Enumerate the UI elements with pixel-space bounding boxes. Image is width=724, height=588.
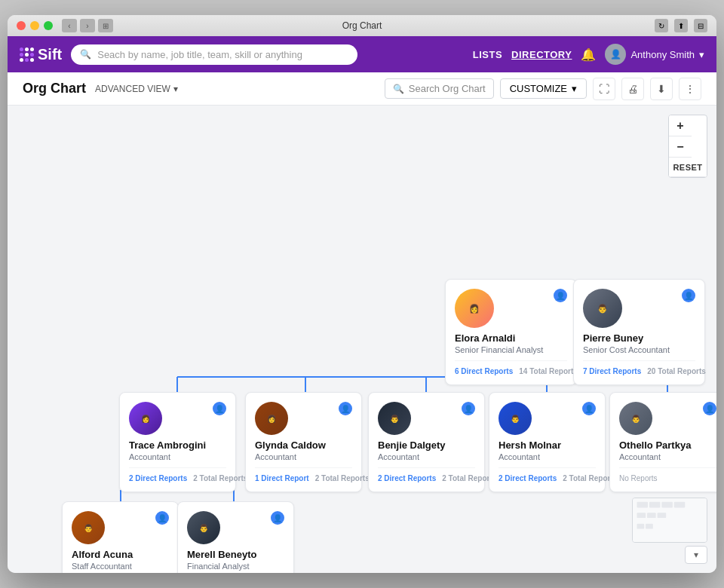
search-placeholder: Seach by name, job title, team, skill or… xyxy=(97,49,302,60)
person-card-alford[interactable]: 👨 👤 Alford Acuna Staff Accountant No Rep… xyxy=(62,501,179,573)
person-card-othello[interactable]: 👨 👤 Othello Partkya Accountant No Report… xyxy=(609,392,716,492)
advanced-view-button[interactable]: ADVANCED VIEW ▾ xyxy=(95,84,178,94)
forward-button[interactable]: › xyxy=(80,19,95,32)
minimize-button[interactable] xyxy=(30,21,39,30)
svg-rect-20 xyxy=(674,502,686,508)
download-button[interactable]: ⬇ xyxy=(650,78,673,100)
search-icon: 🔍 xyxy=(80,49,91,60)
share-icon[interactable]: ⬆ xyxy=(674,19,688,32)
avatar: 👨 xyxy=(619,402,652,435)
refresh-icon[interactable]: ↻ xyxy=(655,19,668,32)
card-top: 👨 👤 xyxy=(583,289,695,328)
person-job-title: Accountant xyxy=(255,452,352,461)
svg-rect-18 xyxy=(649,502,661,508)
logo-dot xyxy=(25,53,29,57)
person-name: Merell Beneyto xyxy=(187,549,284,560)
avatar: 👨 xyxy=(583,289,622,328)
person-card-pierre[interactable]: 👨 👤 Pierre Buney Senior Cost Accountant … xyxy=(573,279,705,385)
window-controls xyxy=(17,21,53,30)
logo-dot xyxy=(30,53,34,57)
card-reports: 2 Direct Reports 2 Total Reports xyxy=(499,467,596,482)
person-icon-badge: 👤 xyxy=(271,511,284,525)
avatar: 👩 xyxy=(129,402,162,435)
person-job-title: Accountant xyxy=(619,452,716,461)
sidebar-icon[interactable]: ⊟ xyxy=(694,19,707,32)
svg-rect-24 xyxy=(637,524,645,529)
close-button[interactable] xyxy=(17,21,26,30)
title-bar-icons: ↻ ⬆ ⊟ xyxy=(655,19,707,32)
person-name: Hersh Molnar xyxy=(499,439,596,451)
person-job-title: Financial Analyst xyxy=(187,562,284,571)
card-reports: 1 Direct Report 2 Total Reports xyxy=(255,467,352,482)
more-options-button[interactable]: ⋮ xyxy=(679,78,701,100)
total-reports-link[interactable]: 14 Total Reports xyxy=(519,367,578,375)
sub-header: Org Chart ADVANCED VIEW ▾ 🔍 Search Org C… xyxy=(8,72,716,106)
org-search-placeholder: Search Org Chart xyxy=(409,83,486,94)
avatar: 👨 xyxy=(378,402,411,435)
back-button[interactable]: ‹ xyxy=(62,19,77,32)
zoom-controls: + − RESET xyxy=(668,115,707,178)
zoom-in-button[interactable]: + xyxy=(669,115,692,136)
user-area[interactable]: 👤 Anthony Smith ▾ xyxy=(605,44,704,65)
mini-map xyxy=(632,498,707,543)
person-icon-badge: 👤 xyxy=(213,402,226,415)
direct-reports-link[interactable]: 2 Direct Reports xyxy=(499,474,557,482)
avatar: 👩 xyxy=(255,402,288,435)
svg-rect-22 xyxy=(647,513,656,518)
person-name: Trace Ambrogini xyxy=(129,439,226,451)
card-top: 👨 👤 xyxy=(619,402,716,435)
logo-text: Sift xyxy=(38,46,62,63)
logo-dot xyxy=(20,53,23,57)
no-reports-label: No Reports xyxy=(619,467,716,482)
person-card-glynda[interactable]: 👩 👤 Glynda Caldow Accountant 1 Direct Re… xyxy=(245,392,362,492)
nav-controls: ‹ › ⊞ xyxy=(62,19,113,32)
person-card-hersh[interactable]: 👨 👤 Hersh Molnar Accountant 2 Direct Rep… xyxy=(489,392,606,492)
org-search-input[interactable]: 🔍 Search Org Chart xyxy=(385,78,494,99)
scroll-down-button[interactable]: ▾ xyxy=(685,546,707,564)
person-card-elora[interactable]: 👩 👤 Elora Arnaldi Senior Financial Analy… xyxy=(445,279,577,385)
person-job-title: Accountant xyxy=(378,452,475,461)
print-button[interactable]: 🖨 xyxy=(621,78,644,100)
sub-header-right: 🔍 Search Org Chart CUSTOMIZE ▾ ⛶ 🖨 ⬇ ⋮ xyxy=(385,78,701,100)
avatar: 👤 xyxy=(605,44,626,65)
logo-dot xyxy=(30,58,34,62)
view-button[interactable]: ⊞ xyxy=(98,19,113,32)
direct-reports-link[interactable]: 7 Direct Reports xyxy=(583,367,641,375)
card-top: 👨 👤 xyxy=(499,402,596,435)
person-icon-badge: 👤 xyxy=(582,402,596,415)
avatar: 👨 xyxy=(72,511,105,544)
fullscreen-button[interactable]: ⛶ xyxy=(593,78,615,100)
logo-dot xyxy=(25,58,29,62)
card-reports: 6 Direct Reports 14 Total Reports xyxy=(455,360,567,375)
person-icon-badge: 👤 xyxy=(155,511,169,525)
person-card-merell[interactable]: 👨 👤 Merell Beneyto Financial Analyst No … xyxy=(177,501,294,573)
person-icon-badge: 👤 xyxy=(339,402,352,415)
global-search-bar[interactable]: 🔍 Seach by name, job title, team, skill … xyxy=(71,44,357,65)
avatar: 👨 xyxy=(499,402,532,435)
chevron-down-icon: ▾ xyxy=(572,83,577,94)
direct-reports-link[interactable]: 1 Direct Report xyxy=(255,474,309,482)
customize-button[interactable]: CUSTOMIZE ▾ xyxy=(500,78,587,99)
person-name: Pierre Buney xyxy=(583,332,695,344)
zoom-out-button[interactable]: − xyxy=(669,136,692,158)
maximize-button[interactable] xyxy=(44,21,53,30)
card-top: 👩 👤 xyxy=(255,402,352,435)
person-card-trace[interactable]: 👩 👤 Trace Ambrogini Accountant 2 Direct … xyxy=(119,392,236,492)
card-top: 👨 👤 xyxy=(72,511,169,544)
direct-reports-link[interactable]: 6 Direct Reports xyxy=(455,367,513,375)
person-name: Othello Partkya xyxy=(619,439,716,451)
reset-button[interactable]: RESET xyxy=(669,158,707,177)
person-card-benjie[interactable]: 👨 👤 Benjie Dalgety Accountant 2 Direct R… xyxy=(368,392,485,492)
bell-icon[interactable]: 🔔 xyxy=(581,47,596,62)
lists-button[interactable]: LISTS xyxy=(473,49,502,60)
direct-reports-link[interactable]: 2 Direct Reports xyxy=(378,474,436,482)
sift-logo: Sift xyxy=(20,46,62,63)
direct-reports-link[interactable]: 2 Direct Reports xyxy=(129,474,187,482)
customize-label: CUSTOMIZE xyxy=(510,83,567,94)
person-job-title: Senior Financial Analyst xyxy=(455,345,567,354)
total-reports-link[interactable]: 2 Total Reports xyxy=(193,474,247,482)
total-reports-link[interactable]: 20 Total Reports xyxy=(647,367,706,375)
directory-button[interactable]: DIRECTORY xyxy=(511,49,572,60)
total-reports-link[interactable]: 2 Total Reports xyxy=(315,474,370,482)
svg-rect-23 xyxy=(658,513,667,518)
